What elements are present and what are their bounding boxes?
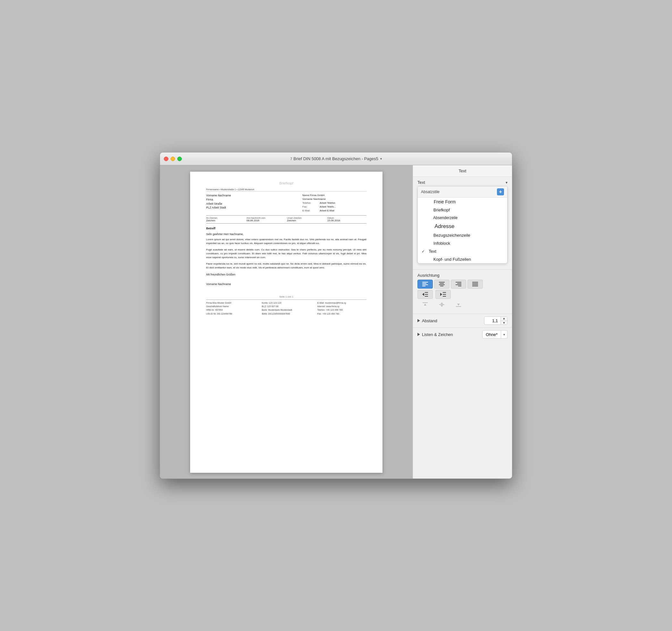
ausrichtung-label: Ausrichtung [417, 273, 507, 278]
listen-triangle-icon[interactable] [417, 333, 420, 336]
address-right: Name Firma GmbH Vorname Nachname Telefon… [302, 194, 366, 213]
datum-label: Datum [327, 217, 366, 219]
align-right-icon [456, 282, 461, 286]
align-right-button[interactable] [451, 280, 466, 288]
unser-zeichen-value: Zeichen [287, 219, 326, 222]
listen-value[interactable]: Ohne* [482, 332, 501, 337]
svg-rect-21 [472, 286, 478, 286]
abstand-section: Abstand 1,1 ▲ ▼ [413, 314, 512, 328]
style-item-bezugs[interactable]: Bezugszeichenzeile [418, 231, 507, 239]
paragraph-3[interactable]: Facer expetenda ius te, sint mundi aperi… [206, 262, 366, 270]
email-row: E-Mail: Arbeit E-Mail [302, 209, 366, 213]
ausrichtung-section: Ausrichtung [413, 270, 512, 314]
style-item-kopf[interactable]: Kopf- und Fußzeilen [418, 255, 507, 263]
svg-rect-32 [439, 304, 445, 305]
listen-dropdown-button[interactable]: ▾ [501, 330, 507, 338]
align-center-button[interactable] [434, 280, 450, 288]
svg-rect-29 [443, 296, 446, 297]
vertical-top-icon [423, 302, 428, 307]
style-check-kopf [428, 257, 432, 262]
svg-rect-27 [443, 292, 446, 293]
footer-email-row: E-Mail: mustermax@firma.xy [317, 301, 366, 305]
svg-rect-9 [422, 286, 426, 286]
alignment-row-1 [417, 280, 507, 288]
maximize-button[interactable] [177, 157, 182, 161]
style-label-bezugs: Bezugszeichenzeile [433, 233, 470, 238]
text-dropdown-arrow[interactable]: ▾ [506, 180, 507, 185]
style-check-freieform [428, 199, 432, 204]
fax-label: Fax: [302, 205, 318, 209]
align-justify-button[interactable] [467, 280, 483, 288]
style-item-infoblock[interactable]: Infoblock [418, 239, 507, 247]
text-row: Text ▾ [417, 180, 507, 185]
style-item-freieform[interactable]: Freie Form [418, 198, 507, 206]
style-item-text[interactable]: Text [418, 247, 507, 255]
abstand-triangle-icon[interactable] [417, 319, 420, 322]
minimize-button[interactable] [171, 157, 175, 161]
address-left: Vorname Nachname Firma Arbeit Straße PLZ… [206, 194, 231, 213]
indent-decrease-button[interactable] [417, 290, 433, 299]
fax-row: Fax: Arbeit Telefo... [302, 205, 366, 209]
betreff[interactable]: Betreff [206, 227, 366, 230]
indent-increase-icon [440, 292, 446, 297]
closing[interactable]: Mit freundlichen Grüßen [206, 273, 366, 276]
internet-label: Internet: [317, 305, 326, 307]
vertical-middle-button[interactable] [434, 300, 450, 309]
briefkopf-placeholder: Briefkopf [206, 181, 366, 185]
right-panel: Text Text ▾ Absatzstile + [413, 165, 512, 479]
add-icon: + [499, 189, 502, 195]
iban-label: IBAN: [262, 312, 267, 315]
style-label-text: Text [429, 249, 436, 254]
vertical-top-button[interactable] [417, 300, 433, 309]
ffax-label: Fax: [317, 312, 322, 315]
alignment-row-3 [417, 300, 507, 309]
abstand-label-row: Abstand [417, 319, 437, 323]
listen-label-row: Listen & Zeichen [417, 332, 453, 337]
style-check-absender [428, 216, 431, 220]
footer-blz-row: BLZ: 123 007 08 [262, 305, 311, 308]
footer-hrb: HRB-Nr. 987654 [206, 308, 255, 312]
telefon-row: Telefon: Arbeit Telefon [302, 201, 366, 205]
abstand-up-button[interactable]: ▲ [501, 317, 507, 321]
abstand-down-button[interactable]: ▼ [501, 321, 507, 325]
ihr-zeichen: Ihr Zeichen Zeichen [206, 217, 245, 222]
abstand-value-box: 1,1 ▲ ▼ [484, 317, 507, 325]
text-label[interactable]: Text [417, 180, 425, 185]
style-check-infoblock [428, 241, 432, 246]
indent-increase-button[interactable] [435, 290, 451, 299]
add-style-button[interactable]: + [497, 188, 504, 195]
iban-value: DE123450000067890 [268, 312, 290, 315]
window-title: 7 Brief DIN 5008 A mit Bezugszeichen - P… [290, 156, 382, 161]
salutation[interactable]: Sehr geehrter Herr Nachname, [206, 232, 366, 236]
paragraph-1[interactable]: Lorem ipsum ad qui amet dolore, vitae ce… [206, 238, 366, 245]
abstand-value[interactable]: 1,1 [484, 319, 501, 323]
close-button[interactable] [164, 157, 168, 161]
sender-text: Firmenname • Musterstraße 1 • 12345 Must… [206, 188, 254, 191]
listen-value-box: Ohne* ▾ [482, 330, 507, 338]
signature[interactable]: Vorname Nachname [206, 282, 366, 286]
ihre-nachricht: Ihre Nachricht vom 08.06.2016 [246, 217, 286, 222]
svg-rect-8 [422, 284, 428, 285]
svg-rect-20 [472, 284, 478, 285]
vertical-bottom-icon [456, 302, 461, 307]
align-left-button[interactable] [417, 280, 433, 288]
style-check-bezugs [428, 233, 432, 238]
paragraph-2[interactable]: Fugit suavitate ad eam, ut essent debiti… [206, 248, 366, 259]
document-area: Briefkopf Firmenname • Musterstraße 1 • … [160, 165, 413, 479]
style-item-absender[interactable]: Absenderzeile [418, 214, 507, 222]
align-center-icon [439, 282, 445, 286]
absatz-label: Absatzstile [421, 190, 439, 194]
align-justify-icon [472, 282, 478, 286]
footer-bank-row: Bank: Musterbank Musterstadt [262, 308, 311, 312]
style-item-adresse[interactable]: Adresse [418, 222, 507, 231]
ffax-value: +49 123 456 780 [322, 312, 339, 315]
footer-manager: Geschäftsführer Name [206, 305, 255, 308]
svg-rect-35 [456, 306, 461, 307]
style-item-briefkopf[interactable]: Briefkopf [418, 206, 507, 214]
style-check-adresse [428, 223, 432, 230]
svg-rect-30 [423, 302, 428, 303]
text-section: Text ▾ Absatzstile + Freie Form [413, 177, 512, 270]
application-window: 7 Brief DIN 5008 A mit Bezugszeichen - P… [160, 152, 512, 479]
femail-value: mustermax@firma.xy [325, 302, 346, 304]
vertical-bottom-button[interactable] [451, 300, 466, 309]
